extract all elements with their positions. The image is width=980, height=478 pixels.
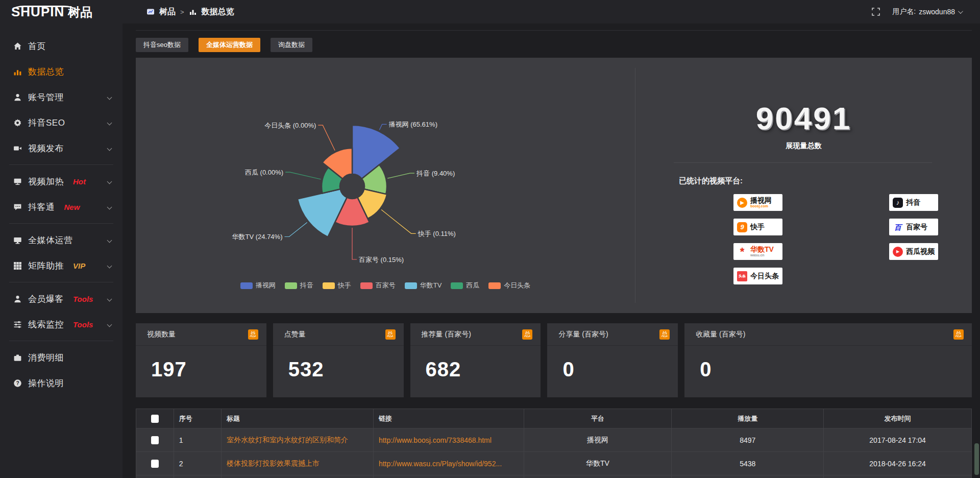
sidebar-badge-new: New bbox=[64, 203, 80, 211]
breadcrumb-root[interactable]: 树品 bbox=[159, 7, 176, 17]
sidebar-item-home[interactable]: 首页 bbox=[0, 33, 122, 59]
user-menu[interactable]: 用户名: zswodun88 bbox=[892, 7, 962, 16]
pie-label-line bbox=[318, 125, 335, 151]
platform-sub: wasu.cn bbox=[750, 253, 774, 257]
platform-badge-boshiwang[interactable]: ▶ 播视网boosj.com bbox=[733, 194, 782, 211]
legend-swatch bbox=[285, 282, 297, 289]
table-row: 2楼体投影灯投影效果震撼上市http://www.wasu.cn/Play/sh… bbox=[136, 452, 972, 475]
monitor-icon bbox=[13, 236, 22, 245]
table-header-checkbox bbox=[136, 409, 174, 428]
legend-item-快手[interactable]: 快手 bbox=[323, 281, 351, 290]
cell-empty bbox=[373, 475, 524, 478]
stat-card-header: 点赞量 总 bbox=[273, 323, 404, 346]
cell-title[interactable]: 楼体投影灯投影效果震撼上市 bbox=[221, 452, 373, 475]
sidebar-item-operation-guide[interactable]: ? 操作说明 bbox=[0, 370, 122, 396]
pie-label: 播视网 (65.61%) bbox=[389, 121, 437, 128]
fullscreen-icon[interactable] bbox=[872, 8, 880, 16]
select-all-checkbox[interactable] bbox=[151, 415, 159, 423]
tab-1[interactable]: 抖音seo数据 bbox=[136, 38, 188, 52]
breadcrumb: 树品 > 数据总览 bbox=[146, 7, 234, 17]
table-header-col-6: 发布时间 bbox=[824, 409, 972, 428]
stat-card-total-badge[interactable]: 总 bbox=[659, 329, 670, 340]
sidebar-item-clue-monitor[interactable]: 线索监控Tools bbox=[0, 312, 122, 337]
sidebar-item-member-baoke[interactable]: 会员爆客Tools bbox=[0, 286, 122, 312]
sidebar-item-video-publish[interactable]: 视频发布 bbox=[0, 135, 122, 161]
grid-icon bbox=[13, 261, 22, 270]
stat-card-total-badge[interactable]: 总 bbox=[385, 329, 396, 340]
stat-card-total-badge[interactable]: 总 bbox=[248, 329, 258, 340]
wallet-icon bbox=[13, 353, 22, 362]
sidebar-item-label: 视频发布 bbox=[28, 142, 64, 154]
chevron-down-icon bbox=[107, 322, 112, 327]
stat-card-1: 视频数量 总 197 bbox=[136, 323, 266, 397]
breadcrumb-current[interactable]: 数据总览 bbox=[202, 7, 234, 17]
cell-empty bbox=[824, 475, 972, 478]
summary-rule bbox=[674, 162, 932, 163]
pie-slice-4[interactable] bbox=[298, 189, 347, 237]
sidebar-item-video-heat[interactable]: 视频加热Hot bbox=[0, 169, 122, 194]
legend-item-今日头条[interactable]: 今日头条 bbox=[488, 281, 530, 290]
legend-item-华数TV[interactable]: 华数TV bbox=[405, 281, 442, 290]
stat-card-value: 532 bbox=[273, 346, 404, 381]
row-checkbox[interactable] bbox=[151, 436, 159, 444]
sidebar-item-douyin-seo[interactable]: 抖音SEO bbox=[0, 110, 122, 135]
gear-icon bbox=[13, 118, 22, 127]
platform-badge-douyin[interactable]: ♪ 抖音 bbox=[889, 194, 938, 211]
boshiwang-logo-icon: ▶ bbox=[737, 198, 747, 208]
stat-card-value: 0 bbox=[547, 346, 678, 381]
platform-badge-toutiao[interactable]: 头条 今日头条 bbox=[733, 268, 782, 284]
row-checkbox[interactable] bbox=[151, 460, 159, 468]
cell-checkbox bbox=[136, 452, 174, 475]
legend-item-西瓜[interactable]: 西瓜 bbox=[451, 281, 479, 290]
board-icon bbox=[13, 177, 22, 186]
sidebar-item-data-overview[interactable]: 数据总览 bbox=[0, 59, 122, 84]
cell-title[interactable]: 室外水纹灯和室内水纹灯的区别和简介 bbox=[221, 428, 373, 452]
legend-label: 播视网 bbox=[256, 281, 276, 290]
top-bar: SHUPIN 树品 树品 > 数据总览 用户名: zswodun88 bbox=[0, 0, 980, 23]
stat-cards-row: 视频数量 总 197 点赞量 总 532 推荐量 (百家号) 总 682 分享量… bbox=[136, 323, 972, 397]
sidebar-item-matrix-boost[interactable]: 矩阵助推VIP bbox=[0, 253, 122, 278]
baijiahao-logo-icon: 百 bbox=[893, 222, 903, 232]
video-table: 序号标题链接平台播放量发布时间 1室外水纹灯和室内水纹灯的区别和简介http:/… bbox=[136, 409, 972, 478]
tab-2[interactable]: 全媒体运营数据 bbox=[199, 38, 260, 52]
sidebar-item-label: 首页 bbox=[28, 40, 46, 52]
sidebar-item-account-manage[interactable]: 账号管理 bbox=[0, 84, 122, 110]
table-header-col-1: 序号 bbox=[174, 409, 221, 428]
platform-badge-washutv[interactable]: * 华数TVwasu.cn bbox=[733, 243, 782, 260]
chevron-down-icon bbox=[107, 264, 112, 269]
cell-time: 2018-04-26 16:24 bbox=[824, 452, 972, 475]
tab-3[interactable]: 询盘数据 bbox=[271, 38, 312, 52]
stat-card-total-badge[interactable]: 总 bbox=[522, 329, 532, 340]
chat-icon bbox=[13, 203, 22, 211]
xigua-logo-icon: ▶ bbox=[893, 247, 903, 257]
chevron-down-icon bbox=[107, 205, 112, 210]
chevron-down-icon bbox=[107, 179, 112, 184]
stat-card-total-badge[interactable]: 总 bbox=[953, 329, 964, 340]
legend-item-播视网[interactable]: 播视网 bbox=[240, 281, 276, 290]
platform-badge-baijiahao[interactable]: 百 百家号 bbox=[889, 219, 938, 235]
platform-sub: boosj.com bbox=[750, 204, 772, 208]
scrollbar-thumb[interactable] bbox=[974, 443, 979, 475]
stat-card-title: 点赞量 bbox=[284, 330, 306, 339]
app-logo[interactable]: SHUPIN 树品 bbox=[0, 5, 122, 18]
platform-badge-kuaishou[interactable]: 9 快手 bbox=[733, 219, 782, 235]
sidebar-item-consume-detail[interactable]: 消费明细 bbox=[0, 345, 122, 370]
topbar-right: 用户名: zswodun88 bbox=[872, 0, 962, 23]
platform-badge-xigua[interactable]: ▶ 西瓜视频 bbox=[889, 243, 938, 260]
cell-link[interactable]: http://www.wasu.cn/Play/show/id/952... bbox=[373, 452, 524, 475]
sidebar-badge-tools: Tools bbox=[73, 320, 93, 329]
cell-link[interactable]: http://www.boosj.com/7338468.html bbox=[373, 428, 524, 452]
cell-empty bbox=[221, 475, 373, 478]
stat-card-header: 推荐量 (百家号) 总 bbox=[410, 323, 541, 346]
platform-name: 抖音 bbox=[906, 199, 920, 206]
legend-item-百家号[interactable]: 百家号 bbox=[360, 281, 396, 290]
logo-arc bbox=[13, 6, 75, 12]
header-rule bbox=[136, 30, 972, 31]
platform-name: 西瓜视频 bbox=[906, 248, 935, 255]
sidebar-item-media-operation[interactable]: 全媒体运营 bbox=[0, 227, 122, 253]
cell-plays: 5438 bbox=[672, 452, 824, 475]
breadcrumb-root-icon bbox=[146, 8, 155, 16]
cell-platform: 华数TV bbox=[524, 452, 672, 475]
sidebar-item-douketong[interactable]: 抖客通New bbox=[0, 194, 122, 220]
legend-item-抖音[interactable]: 抖音 bbox=[285, 281, 313, 290]
